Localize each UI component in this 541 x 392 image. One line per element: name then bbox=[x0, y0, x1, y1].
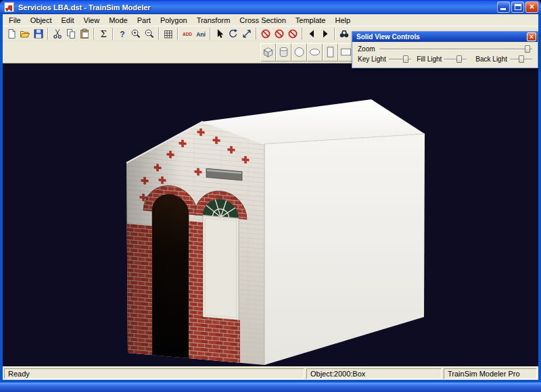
zoom-out-icon bbox=[144, 28, 155, 39]
shape-ellipse-button[interactable] bbox=[307, 43, 323, 62]
pointer-icon bbox=[214, 28, 225, 39]
shape-rect-tall-button[interactable] bbox=[323, 43, 338, 62]
forbid-x-button[interactable] bbox=[259, 27, 273, 41]
sigma-icon: Σ bbox=[98, 28, 109, 39]
ani-button[interactable]: Ani bbox=[194, 27, 208, 41]
menu-polygon[interactable]: Polygon bbox=[156, 16, 192, 25]
menubar: FileObjectEditViewModePartPolygonTransfo… bbox=[3, 14, 538, 26]
scale-icon bbox=[241, 28, 252, 39]
menu-cross-section[interactable]: Cross Section bbox=[235, 16, 290, 25]
forbid-y-icon bbox=[274, 28, 285, 39]
cut-button[interactable] bbox=[51, 27, 64, 41]
palette-title: Solid View Controls bbox=[356, 33, 420, 41]
toolbar-separator bbox=[210, 28, 211, 40]
next-button[interactable] bbox=[319, 27, 332, 41]
zoom-label: Zoom bbox=[358, 45, 375, 53]
shape-sphere-button[interactable] bbox=[291, 43, 307, 62]
zoom-in-button[interactable] bbox=[129, 27, 143, 41]
slider-track[interactable] bbox=[379, 49, 532, 50]
next-icon bbox=[320, 28, 331, 39]
rotate-button[interactable] bbox=[227, 27, 240, 41]
svg-text:ADD: ADD bbox=[183, 32, 192, 36]
scale-button[interactable] bbox=[240, 27, 254, 41]
shape-cylinder-button[interactable] bbox=[276, 43, 291, 62]
light-group-1: Fill Light bbox=[417, 55, 472, 64]
slider-track[interactable] bbox=[444, 59, 467, 60]
menu-file[interactable]: File bbox=[4, 16, 26, 25]
model-building[interactable] bbox=[125, 99, 425, 366]
menu-mode[interactable]: Mode bbox=[104, 16, 133, 25]
forbid-y-button[interactable] bbox=[273, 27, 286, 41]
toolbar-separator bbox=[334, 28, 335, 40]
fill-light-label: Fill Light bbox=[417, 55, 442, 63]
paste-button[interactable] bbox=[78, 27, 91, 41]
key-light-label: Key Light bbox=[358, 55, 386, 63]
copy-button[interactable] bbox=[64, 27, 78, 41]
find-button[interactable] bbox=[337, 27, 351, 41]
viewport-3d[interactable] bbox=[3, 63, 538, 366]
app-window: Servicios LBA.dst - TrainSim Modeler × F… bbox=[0, 0, 541, 383]
statusbar: Ready Object:2000:Box TrainSim Modeler P… bbox=[3, 366, 538, 380]
toolbar-separator bbox=[256, 28, 257, 40]
open-button[interactable] bbox=[18, 27, 32, 41]
zoom-in-icon bbox=[131, 28, 141, 39]
maximize-button[interactable] bbox=[511, 1, 524, 13]
sigma-button[interactable]: Σ bbox=[97, 27, 110, 41]
menu-part[interactable]: Part bbox=[133, 16, 156, 25]
back-light-label: Back Light bbox=[475, 55, 507, 63]
titlebar[interactable]: Servicios LBA.dst - TrainSim Modeler × bbox=[0, 0, 541, 14]
menu-object[interactable]: Object bbox=[26, 16, 57, 25]
scene-canvas[interactable] bbox=[3, 64, 538, 366]
shape-cylinder-icon bbox=[277, 45, 291, 59]
help-button[interactable]: ? bbox=[116, 27, 129, 41]
palette-titlebar[interactable]: Solid View Controls × bbox=[352, 32, 538, 42]
menu-view[interactable]: View bbox=[79, 16, 105, 25]
new-icon bbox=[6, 28, 17, 39]
shape-sphere-icon bbox=[292, 45, 306, 59]
zoom-slider[interactable] bbox=[379, 45, 532, 53]
shape-rect-wide-icon bbox=[339, 45, 353, 59]
palette-close-button[interactable]: × bbox=[527, 32, 536, 41]
facade-shading bbox=[126, 119, 266, 366]
shape-box-button[interactable] bbox=[260, 43, 276, 62]
zoom-out-button[interactable] bbox=[143, 27, 156, 41]
prev-button[interactable] bbox=[305, 27, 319, 41]
pointer-button[interactable] bbox=[213, 27, 227, 41]
forbid-z-icon bbox=[287, 28, 298, 39]
toolbar-separator bbox=[302, 28, 303, 40]
new-button[interactable] bbox=[5, 27, 18, 41]
cut-icon bbox=[52, 28, 63, 39]
slider-thumb[interactable] bbox=[403, 55, 408, 63]
key-light-slider[interactable] bbox=[389, 55, 411, 64]
toolbar-separator bbox=[158, 28, 160, 40]
taskbar[interactable] bbox=[0, 383, 541, 392]
light-group-2: Back Light bbox=[475, 55, 532, 64]
open-icon bbox=[20, 28, 30, 39]
slider-thumb[interactable] bbox=[519, 55, 524, 63]
save-button[interactable] bbox=[32, 27, 45, 41]
paste-icon bbox=[79, 28, 90, 39]
back-light-slider[interactable] bbox=[510, 55, 532, 64]
fill-light-slider[interactable] bbox=[444, 55, 467, 64]
grid-button[interactable] bbox=[162, 27, 175, 41]
close-button[interactable]: × bbox=[525, 1, 538, 13]
menu-transform[interactable]: Transform bbox=[192, 16, 235, 25]
menu-help[interactable]: Help bbox=[330, 16, 355, 25]
palette-body: Zoom Key LightFill LightBack Light bbox=[352, 42, 538, 68]
slider-thumb[interactable] bbox=[525, 45, 530, 53]
light-sliders: Key LightFill LightBack Light bbox=[358, 54, 532, 64]
minimize-icon bbox=[500, 8, 506, 10]
menu-template[interactable]: Template bbox=[291, 16, 331, 25]
save-icon bbox=[33, 28, 44, 39]
menu-edit[interactable]: Edit bbox=[57, 16, 79, 25]
window-title: Servicios LBA.dst - TrainSim Modeler bbox=[17, 3, 497, 11]
add-button[interactable]: ADD bbox=[181, 27, 194, 41]
forbid-z-button[interactable] bbox=[286, 27, 300, 41]
help-icon: ? bbox=[117, 28, 128, 39]
slider-thumb[interactable] bbox=[456, 55, 462, 63]
minimize-button[interactable] bbox=[497, 1, 510, 13]
status-object: Object:2000:Box bbox=[306, 368, 442, 379]
toolbar-separator bbox=[47, 28, 49, 40]
add-icon: ADD bbox=[182, 28, 193, 39]
grid-icon bbox=[163, 28, 174, 39]
